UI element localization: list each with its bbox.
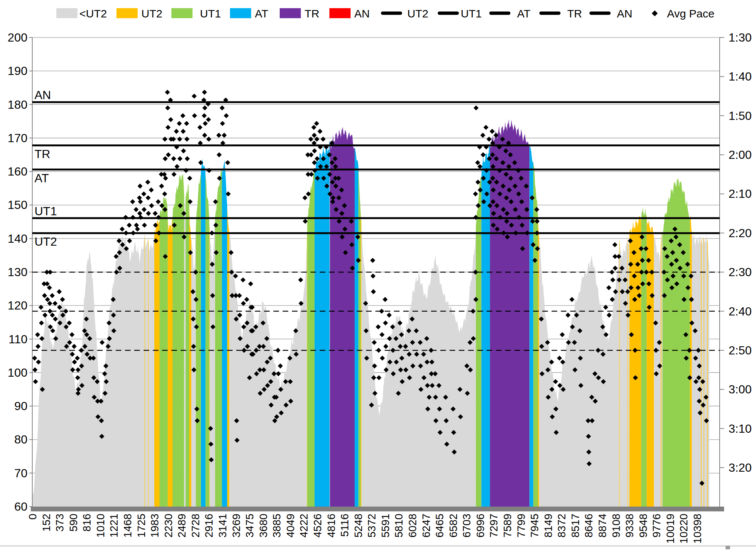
threshold-label-AN: AN <box>34 88 51 102</box>
avg-pace-point <box>473 191 478 197</box>
zone-area-UT2 <box>628 238 628 507</box>
avg-pace-point <box>278 363 283 369</box>
zone-area-UT2 <box>154 217 160 507</box>
avg-pace-point <box>309 172 314 177</box>
y-left-tick-label: 180 <box>8 98 27 111</box>
zone-area-UT2 <box>148 238 148 507</box>
y-left-tick-label: 110 <box>9 333 27 346</box>
x-tick-label: 8874 <box>596 514 608 538</box>
avg-pace-point <box>75 356 80 361</box>
zone-area-UT2 <box>701 236 701 507</box>
x-tick-label: 8372 <box>556 514 568 538</box>
avg-pace-point <box>302 195 308 200</box>
x-tick-label: 5810 <box>393 514 405 538</box>
avg-pace-point <box>298 278 303 283</box>
avg-pace-point <box>370 258 375 263</box>
legend-label: UT2 <box>141 7 162 20</box>
workout-chart-page: 2001901801701601501401301201101009080706… <box>0 0 756 550</box>
avg-pace-point <box>309 152 314 157</box>
y-left-tick-label: 160 <box>8 165 27 178</box>
y-left-tick-label: 120 <box>8 299 27 312</box>
legend-swatch-AT <box>230 8 251 18</box>
x-tick-label: 152 <box>40 514 52 531</box>
y-right-tick-label: 1:50 <box>729 109 752 122</box>
zone-area-UT2 <box>704 237 704 507</box>
y-right-tick-label: 2:40 <box>729 305 752 318</box>
x-tick-label: 9776 <box>651 514 663 538</box>
avg-pace-point <box>138 199 143 204</box>
avg-pace-point <box>202 133 207 138</box>
avg-pace-point <box>376 324 381 330</box>
avg-pace-point <box>557 356 562 361</box>
avg-pace-point <box>202 113 207 118</box>
avg-pace-point <box>220 121 225 126</box>
avg-pace-point <box>244 297 249 302</box>
x-tick-label: 1983 <box>149 514 161 538</box>
avg-pace-point <box>131 215 136 220</box>
zone-area-lt_ut2 <box>628 233 630 507</box>
y-left-tick-label: 100 <box>8 366 27 379</box>
avg-pace-point <box>45 297 50 302</box>
y-right-tick-label: 2:10 <box>729 187 752 200</box>
y-right-tick-label: 3:00 <box>729 383 752 396</box>
zone-area-UT2 <box>630 216 641 507</box>
avg-pace-point <box>166 152 171 157</box>
avg-pace-point <box>475 160 480 165</box>
avg-pace-point <box>153 211 158 216</box>
legend-label: UT1 <box>200 7 221 20</box>
avg-pace-point <box>184 137 190 142</box>
avg-pace-point <box>610 278 615 283</box>
avg-pace-point <box>487 137 492 142</box>
avg-pace-point <box>32 356 37 361</box>
zone-area-lt_ut2 <box>145 238 148 507</box>
avg-pace-point <box>47 269 53 275</box>
legend-swatch-TR <box>280 8 301 18</box>
x-tick-label: 4816 <box>325 514 337 538</box>
x-tick-label: 3885 <box>271 514 283 538</box>
zone-area-UT1 <box>663 178 690 507</box>
avg-pace-point <box>33 379 38 384</box>
avg-pace-point <box>149 187 154 193</box>
y-left-tick-label: 130 <box>8 265 27 279</box>
avg-pace-point <box>241 301 246 306</box>
avg-pace-point <box>50 312 55 318</box>
avg-pace-point <box>134 207 139 212</box>
avg-pace-point <box>141 191 147 197</box>
avg-pace-point <box>127 238 132 243</box>
avg-pace-point <box>474 105 479 111</box>
threshold-label-UT1: UT1 <box>34 204 57 218</box>
avg-pace-point <box>165 90 170 95</box>
avg-pace-point <box>100 340 105 345</box>
zone-area-UT2 <box>307 225 307 507</box>
avg-pace-point <box>69 332 75 337</box>
y-left-tick-label: 150 <box>8 198 27 212</box>
x-tick-label: 6996 <box>474 514 486 538</box>
avg-pace-point <box>192 113 197 118</box>
x-tick-label: 3269 <box>230 514 242 538</box>
y-left-tick-label: 170 <box>8 131 27 145</box>
avg-pace-point <box>50 328 55 333</box>
avg-pace-point <box>177 137 183 142</box>
window-bottom-nub <box>726 546 730 549</box>
avg-pace-point <box>116 238 122 243</box>
x-tick-label: 1725 <box>135 514 147 538</box>
avg-pace-point <box>138 215 144 220</box>
legend-label: AN <box>354 7 370 20</box>
avg-pace-point <box>237 293 242 298</box>
x-tick-label: 6703 <box>461 514 473 538</box>
legend-label: Avg Pace <box>667 7 714 20</box>
avg-pace-point <box>612 242 618 248</box>
avg-pace-point <box>39 320 44 325</box>
avg-pace-point <box>276 348 281 353</box>
avg-pace-point <box>185 156 190 161</box>
x-tick-label: 9338 <box>624 514 635 538</box>
avg-pace-point <box>142 207 147 212</box>
x-tick-label: 3680 <box>257 514 269 538</box>
legend-marker-avg-pace <box>652 10 658 16</box>
avg-pace-point <box>137 195 142 200</box>
avg-pace-point <box>36 360 41 365</box>
legend-line-sample-UT2 <box>381 12 402 15</box>
avg-pace-point <box>311 125 316 130</box>
x-axis-strip <box>31 507 724 511</box>
avg-pace-point <box>60 297 65 302</box>
